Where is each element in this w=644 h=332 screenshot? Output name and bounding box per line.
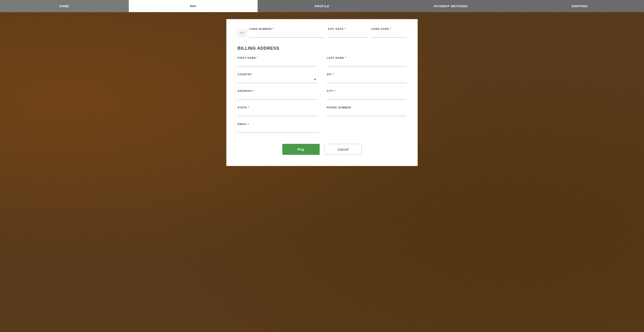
credit-card-icon [238,30,247,37]
last-name-input[interactable] [327,61,406,66]
city-label: CITY * [327,89,406,92]
country-label: COUNTRY [238,73,317,76]
exp-date-input[interactable] [328,32,367,37]
country-field: COUNTRY United States United Kingdom Can… [238,73,317,83]
card-number-input[interactable] [249,32,324,37]
email-input[interactable] [238,127,319,133]
nav-payment-methods[interactable]: PAYMENT METHODS [386,0,515,12]
billing-form-grid: FIRST NAME * LAST NAME * COUNTRY [238,56,406,139]
address-row: ADDRESS * [238,89,317,100]
card-code-input[interactable] [371,32,406,37]
card-code-field: CARD CODE * [371,27,406,37]
last-name-field: LAST NAME * [327,56,406,66]
zip-input[interactable] [327,77,406,83]
state-row: STATE * [238,106,317,116]
svg-rect-2 [240,33,242,34]
country-row: COUNTRY United States United Kingdom Can… [238,73,317,83]
card-number-group: CARD NUMBER * [238,27,324,37]
address-field: ADDRESS * [238,89,317,100]
phone-row: PHONE NUMBER [327,106,406,116]
nav-home[interactable]: HOME [0,0,129,12]
first-name-label: FIRST NAME * [238,56,317,59]
state-field: STATE * [238,106,317,116]
card-number-field: CARD NUMBER * [249,27,324,37]
exp-date-field: EXP. DATE * [328,27,367,37]
svg-rect-1 [240,32,245,33]
country-select[interactable]: United States United Kingdom Canada Aust… [238,77,317,83]
page-content: CARD NUMBER * EXP. DATE * CARD CODE * BI… [0,12,644,180]
card-number-label: CARD NUMBER * [249,27,324,30]
form-card: CARD NUMBER * EXP. DATE * CARD CODE * BI… [226,19,418,166]
pay-button[interactable]: Pay [282,144,320,155]
last-name-label: LAST NAME * [327,56,406,59]
state-label: STATE * [238,106,317,109]
billing-title: BILLING ADDRESS [238,46,406,51]
billing-section: BILLING ADDRESS FIRST NAME * LAST NAME * [238,46,406,139]
first-name-input[interactable] [238,61,317,66]
email-label: EMAIL * [238,123,319,125]
phone-input[interactable] [327,110,406,116]
zip-row: ZIP * [327,73,406,83]
card-payment-row: CARD NUMBER * EXP. DATE * CARD CODE * [238,27,406,37]
card-code-label: CARD CODE * [371,27,406,30]
phone-label: PHONE NUMBER [327,106,406,109]
country-select-wrapper: United States United Kingdom Canada Aust… [238,77,317,83]
email-row: EMAIL * [238,123,406,133]
address-input[interactable] [238,94,317,100]
exp-date-label: EXP. DATE * [328,27,367,30]
email-field: EMAIL * [238,123,319,133]
first-name-row: FIRST NAME * [238,56,317,66]
zip-label: ZIP * [327,73,406,76]
zip-field: ZIP * [327,73,406,83]
nav-profile[interactable]: PROFILE [258,0,386,12]
city-input[interactable] [327,94,406,100]
svg-rect-0 [240,32,245,35]
last-name-row: LAST NAME * [327,56,406,66]
address-label: ADDRESS * [238,89,317,92]
city-field: CITY * [327,89,406,100]
nav-pay[interactable]: PAY [129,0,258,12]
state-input[interactable] [238,110,317,116]
phone-field: PHONE NUMBER [327,106,406,116]
nav-shipping[interactable]: SHIPPING [515,0,644,12]
city-row: CITY * [327,89,406,100]
cancel-button[interactable]: Cancel [324,144,362,155]
navigation: HOME PAY PROFILE PAYMENT METHODS SHIPPIN… [0,0,644,12]
button-row: Pay Cancel [238,144,406,155]
first-name-field: FIRST NAME * [238,56,317,66]
